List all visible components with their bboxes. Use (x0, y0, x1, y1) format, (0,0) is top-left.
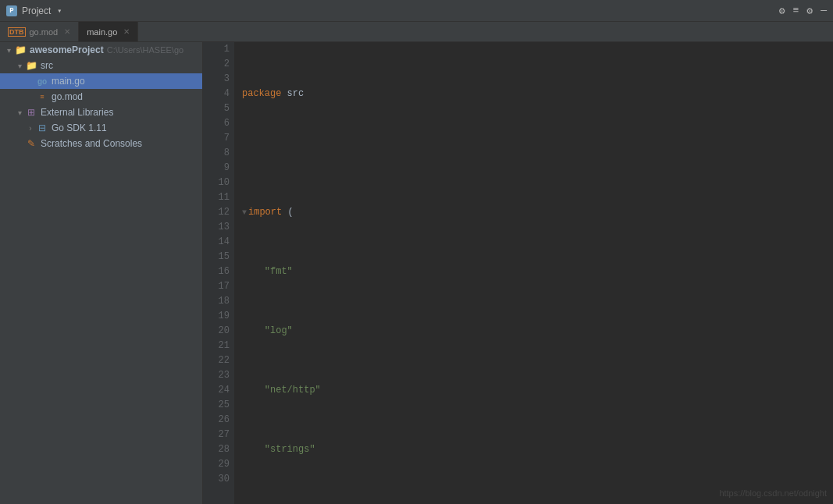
folder-icon-src: 📁 (25, 59, 37, 72)
sidebar-item-go-sdk[interactable]: › ⊟ Go SDK 1.11 (0, 120, 202, 136)
line-numbers: 1 2 3 4 5 6 7 8 9 10 11 12 13 14 15 16 1… (203, 42, 234, 504)
title-bar-left: P Project ▾ (6, 5, 62, 16)
project-title: Project (22, 5, 51, 16)
editor: 1 2 3 4 5 6 7 8 9 10 11 12 13 14 15 16 1… (203, 42, 833, 504)
code-area[interactable]: 1 2 3 4 5 6 7 8 9 10 11 12 13 14 15 16 1… (203, 42, 833, 504)
tab-go-mod[interactable]: DTB go.mod ✕ (0, 22, 79, 41)
sidebar: ▾ 📁 awesomeProject C:\Users\HASEE\go ▾ 📁… (0, 42, 203, 504)
main-go-label: main.go (52, 76, 85, 87)
arrow-src: ▾ (14, 60, 25, 71)
code-line-6: "net/http" (242, 383, 833, 398)
code-line-7: "strings" (242, 442, 833, 457)
scratches-label: Scratches and Consoles (41, 138, 142, 149)
tab-go-mod-label: go.mod (30, 27, 59, 37)
tab-main-go-label: main.go (87, 27, 117, 37)
dtb-icon: DTB (8, 27, 26, 37)
folder-icon-awesomeproject: 📁 (14, 44, 27, 56)
go-file-icon: go (36, 75, 48, 87)
arrow-awesomeproject: ▾ (3, 44, 14, 55)
sidebar-item-scratches[interactable]: › ✎ Scratches and Consoles (0, 136, 202, 151)
awesomeproject-path: C:\Users\HASEE\go (107, 45, 183, 55)
settings-icon-1[interactable]: ⚙ (779, 5, 785, 17)
fold-icon-3[interactable]: ▼ (242, 205, 247, 220)
code-line-1: package src (242, 87, 833, 101)
arrow-ext-libs: ▾ (14, 107, 25, 118)
sidebar-item-main-go[interactable]: › go main.go (0, 73, 202, 89)
watermark: https://blog.csdn.net/odnight (719, 488, 827, 498)
lib-icon: ⊞ (25, 106, 37, 119)
code-line-5: "log" (242, 324, 833, 339)
code-line-2 (242, 146, 833, 161)
settings-icon-2[interactable]: ⚙ (806, 5, 813, 17)
awesomeproject-label: awesomeProject (30, 44, 104, 55)
tab-go-mod-close[interactable]: ✕ (64, 27, 70, 36)
sidebar-item-go-mod[interactable]: › ≡ go.mod (0, 89, 202, 105)
sidebar-item-awesomeproject[interactable]: ▾ 📁 awesomeProject C:\Users\HASEE\go (0, 42, 202, 58)
minimize-icon[interactable]: — (821, 5, 827, 16)
main-area: ▾ 📁 awesomeProject C:\Users\HASEE\go ▾ 📁… (0, 42, 833, 504)
code-line-3: ▼import ( (242, 205, 833, 220)
sidebar-item-src[interactable]: ▾ 📁 src (0, 58, 202, 73)
mod-file-icon: ≡ (36, 91, 48, 103)
sdk-icon: ⊟ (36, 122, 48, 134)
external-libs-label: External Libraries (41, 107, 113, 118)
title-bar-icons: ⚙ ≡ ⚙ — (779, 5, 827, 17)
code-content[interactable]: package src ▼import ( "fmt" "log" (234, 42, 833, 504)
project-icon: P (6, 5, 17, 16)
arrow-sdk: › (25, 122, 36, 133)
tab-main-go[interactable]: main.go ✕ (79, 22, 138, 41)
title-dropdown-icon[interactable]: ▾ (57, 6, 62, 16)
sidebar-item-external-libs[interactable]: ▾ ⊞ External Libraries (0, 105, 202, 120)
code-line-4: "fmt" (242, 264, 833, 279)
tabs-bar: DTB go.mod ✕ main.go ✕ (0, 22, 833, 42)
tab-main-go-close[interactable]: ✕ (123, 27, 130, 36)
go-sdk-label: Go SDK 1.11 (52, 122, 107, 133)
scratch-icon: ✎ (25, 137, 37, 150)
menu-icon[interactable]: ≡ (793, 5, 799, 16)
src-label: src (41, 60, 53, 71)
go-mod-label: go.mod (52, 91, 83, 102)
title-bar: P Project ▾ ⚙ ≡ ⚙ — (0, 0, 833, 22)
